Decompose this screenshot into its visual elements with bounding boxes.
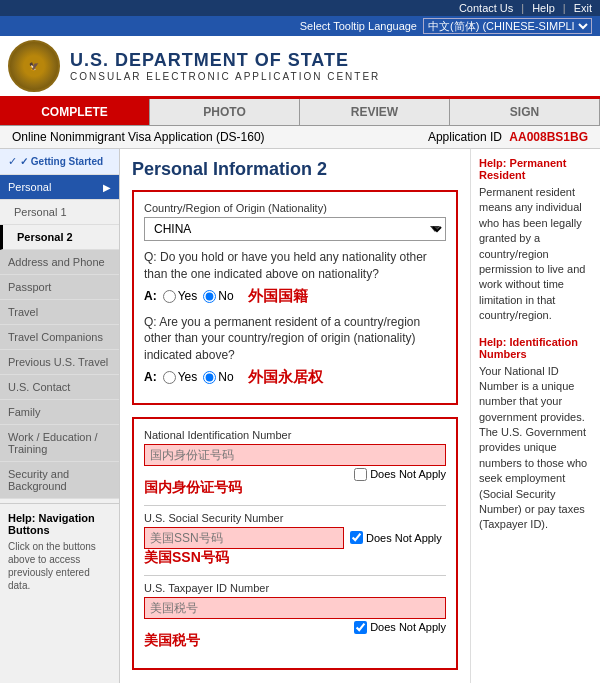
lang-label: Select Tooltip Language (300, 20, 417, 32)
ssn-chinese: 美国SSN号码 (144, 549, 446, 567)
tab-review[interactable]: REVIEW (300, 99, 450, 125)
right-help-panel: Help: Permanent Resident Permanent resid… (470, 149, 600, 683)
state-dept-seal: 🦅 (8, 40, 60, 92)
sidebar-item-work-edu[interactable]: Work / Education / Training (0, 425, 119, 462)
national-id-field: National Identification Number Does Not … (144, 429, 446, 497)
sidebar-item-passport[interactable]: Passport (0, 275, 119, 300)
nationality-section: Country/Region of Origin (Nationality) C… (132, 190, 458, 405)
sidebar-item-personal2[interactable]: Personal 2 (0, 225, 119, 250)
q1-no-label[interactable]: No (203, 289, 233, 303)
lang-bar: Select Tooltip Language 中文(简体) (CHINESE-… (0, 16, 600, 36)
question1-answer-row: A: Yes No 外国国籍 (144, 287, 446, 306)
id-numbers-body: Your National ID Number is a unique numb… (479, 364, 592, 533)
sidebar-item-personal[interactable]: Personal (0, 175, 119, 200)
q2-no-label[interactable]: No (203, 370, 233, 384)
ssn-dna-text: Does Not Apply (366, 532, 442, 544)
q1-yes-label[interactable]: Yes (163, 289, 198, 303)
ssn-input[interactable] (144, 527, 344, 549)
id-numbers-title: Help: Identification Numbers (479, 336, 592, 360)
getting-started-icon: ✓ (8, 155, 20, 167)
question2-text: Q: Are you a permanent resident of a cou… (144, 314, 446, 364)
top-bar: Contact Us | Help | Exit (0, 0, 600, 16)
sidebar-item-prev-travel[interactable]: Previous U.S. Travel (0, 350, 119, 375)
id-numbers-section: National Identification Number Does Not … (132, 417, 458, 670)
sidebar-item-travel[interactable]: Travel (0, 300, 119, 325)
question1-text: Q: Do you hold or have you held any nati… (144, 249, 446, 283)
divider2 (144, 575, 446, 576)
sidebar-item-travel-companions[interactable]: Travel Companions (0, 325, 119, 350)
divider1 (144, 505, 446, 506)
exit-link[interactable]: Exit (574, 2, 592, 14)
sidebar: ✓ ✓ Getting Started Personal Personal 1 … (0, 149, 120, 683)
main-layout: ✓ ✓ Getting Started Personal Personal 1 … (0, 149, 600, 683)
q1-no-radio[interactable] (203, 290, 216, 303)
ssn-field: U.S. Social Security Number Does Not App… (144, 512, 446, 567)
app-id: AA008BS1BG (509, 130, 588, 144)
app-info-bar: Online Nonimmigrant Visa Application (DS… (0, 126, 600, 149)
ssn-dna-checkbox[interactable] (350, 531, 363, 544)
ssn-label: U.S. Social Security Number (144, 512, 446, 524)
contact-us-link[interactable]: Contact Us (459, 2, 513, 14)
help-link[interactable]: Help (532, 2, 555, 14)
sidebar-help-title: Help: Navigation Buttons (8, 512, 111, 536)
taxpayer-dna-checkbox[interactable] (354, 621, 367, 634)
q2-yes-label[interactable]: Yes (163, 370, 198, 384)
sidebar-item-us-contact[interactable]: U.S. Contact (0, 375, 119, 400)
perm-resident-body: Permanent resident means any individual … (479, 185, 592, 324)
q1-answer-label: A: (144, 289, 157, 303)
taxpayer-field: U.S. Taxpayer ID Number Does Not Apply 美… (144, 582, 446, 650)
page-title: Personal Information 2 (132, 159, 458, 180)
nav-tabs: COMPLETE PHOTO REVIEW SIGN (0, 99, 600, 126)
dept-name-line2: CONSULAR ELECTRONIC APPLICATION CENTER (70, 71, 380, 82)
national-id-input[interactable] (144, 444, 446, 466)
tab-complete[interactable]: COMPLETE (0, 99, 150, 125)
national-id-dna-checkbox[interactable] (354, 468, 367, 481)
sidebar-item-family[interactable]: Family (0, 400, 119, 425)
logo-bar: 🦅 U.S. DEPARTMENT OF STATE CONSULAR ELEC… (0, 36, 600, 99)
q1-chinese-text: 外国国籍 (248, 287, 308, 306)
dept-name-line1: U.S. DEPARTMENT OF STATE (70, 50, 380, 71)
sidebar-item-security[interactable]: Security and Background (0, 462, 119, 499)
sidebar-item-address[interactable]: Address and Phone (0, 250, 119, 275)
national-id-dna-label: Does Not Apply (370, 468, 446, 480)
national-id-chinese: 国内身份证号码 (144, 479, 446, 497)
taxpayer-label: U.S. Taxpayer ID Number (144, 582, 446, 594)
perm-resident-help: Help: Permanent Resident Permanent resid… (479, 157, 592, 324)
sidebar-item-getting-started[interactable]: ✓ ✓ Getting Started (0, 149, 119, 175)
app-id-label: Application ID (428, 130, 502, 144)
id-numbers-help: Help: Identification Numbers Your Nation… (479, 336, 592, 533)
q2-yes-radio[interactable] (163, 371, 176, 384)
nationality-label: Country/Region of Origin (Nationality) (144, 202, 446, 214)
national-id-label: National Identification Number (144, 429, 446, 441)
q1-yes-radio[interactable] (163, 290, 176, 303)
lang-select[interactable]: 中文(简体) (CHINESE-SIMPLI (423, 18, 592, 34)
perm-resident-title: Help: Permanent Resident (479, 157, 592, 181)
taxpayer-dna-label: Does Not Apply (370, 621, 446, 633)
taxpayer-chinese: 美国税号 (144, 632, 446, 650)
form-title: Online Nonimmigrant Visa Application (DS… (12, 130, 265, 144)
tab-photo[interactable]: PHOTO (150, 99, 300, 125)
page-content: Personal Information 2 Country/Region of… (120, 149, 470, 683)
sidebar-help-text: Click on the buttons above to access pre… (8, 540, 111, 592)
q2-chinese-text: 外国永居权 (248, 368, 323, 387)
sidebar-item-personal1[interactable]: Personal 1 (0, 200, 119, 225)
question2-answer-row: A: Yes No 外国永居权 (144, 368, 446, 387)
tab-sign[interactable]: SIGN (450, 99, 600, 125)
q2-answer-label: A: (144, 370, 157, 384)
q2-no-radio[interactable] (203, 371, 216, 384)
taxpayer-input[interactable] (144, 597, 446, 619)
sidebar-help-nav: Help: Navigation Buttons Click on the bu… (0, 503, 119, 600)
ssn-dna-label[interactable]: Does Not Apply (350, 531, 442, 544)
nationality-select[interactable]: CHINA (144, 217, 446, 241)
